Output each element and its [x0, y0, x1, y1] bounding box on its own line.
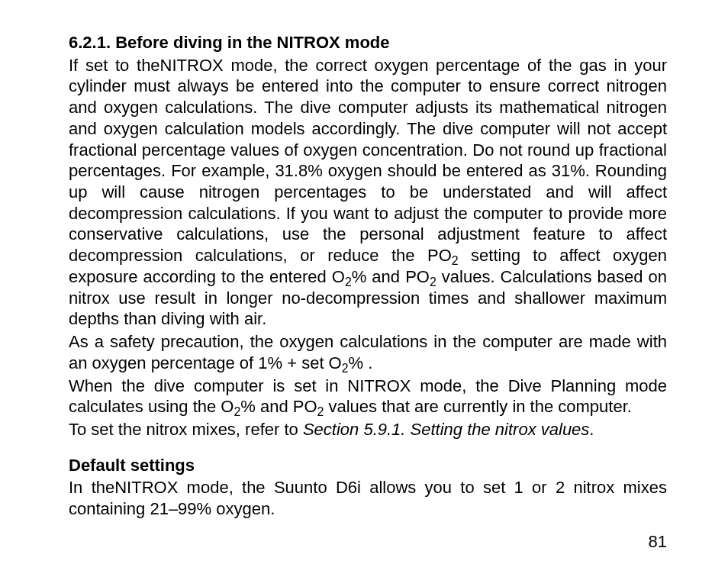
- para3-text-c: values that are currently in the compute…: [324, 397, 632, 416]
- document-page: 6.2.1. Before diving in the NITROX mode …: [0, 0, 728, 577]
- paragraph-1: If set to theNITROX mode, the correct ox…: [69, 55, 667, 330]
- section-reference: Section 5.9.1. Setting the nitrox values: [303, 420, 589, 439]
- page-number: 81: [649, 531, 667, 553]
- paragraph-3: When the dive computer is set in NITROX …: [69, 376, 667, 417]
- section-heading: 6.2.1. Before diving in the NITROX mode: [69, 32, 667, 53]
- defaults-paragraph: In theNITROX mode, the Suunto D6i allows…: [69, 477, 667, 519]
- subscript-2: 2: [234, 406, 240, 419]
- para3-text-b: % and PO: [240, 397, 317, 416]
- subscript-2: 2: [430, 276, 436, 288]
- para2-text-b: % .: [349, 353, 373, 372]
- paragraph-4: To set the nitrox mixes, refer to Sectio…: [69, 419, 667, 440]
- subscript-2: 2: [342, 362, 349, 375]
- subscript-2: 2: [452, 255, 459, 268]
- subscript-2: 2: [345, 276, 352, 288]
- para1-text-a: If set to theNITROX mode, the correct ox…: [69, 56, 667, 265]
- paragraph-2: As a safety precaution, the oxygen calcu…: [69, 331, 667, 373]
- defaults-heading: Default settings: [69, 455, 667, 476]
- para1-text-c: % and PO: [352, 267, 430, 286]
- para4-text-a: To set the nitrox mixes, refer to: [69, 420, 303, 439]
- para4-text-b: .: [589, 420, 594, 439]
